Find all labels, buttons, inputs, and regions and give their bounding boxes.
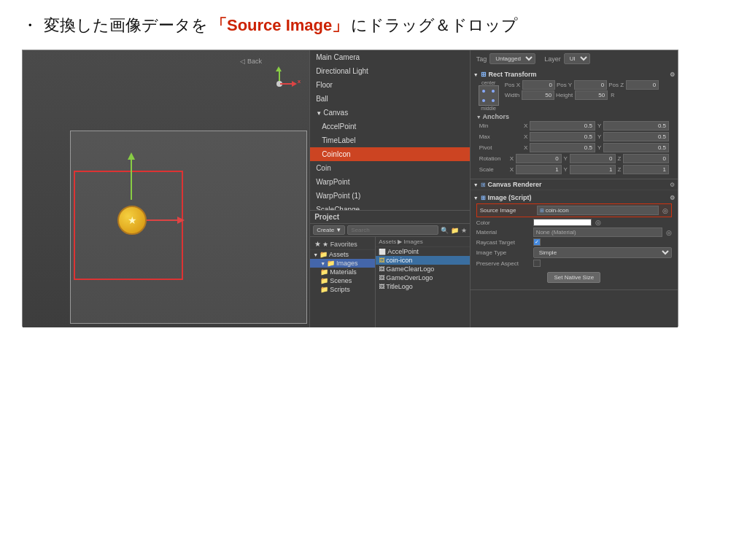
- scripts-folder[interactable]: 📁 Scripts: [310, 285, 375, 294]
- anchors-label: ▼ Anchors: [476, 113, 672, 120]
- rot-y-field[interactable]: [570, 154, 616, 163]
- file-gameclearlogo-label: GameClearLogo: [386, 265, 434, 273]
- hierarchy-item-warppoint[interactable]: WarpPoint: [310, 175, 470, 189]
- middle-label: middle: [481, 106, 496, 111]
- images-arrow-icon: ▼: [320, 261, 325, 266]
- canvas-renderer-toggle-icon[interactable]: ▼: [473, 182, 479, 187]
- breadcrumb: Assets ▶ Images: [376, 237, 470, 247]
- width-field[interactable]: [522, 90, 554, 100]
- project-toolbar: Create ▼ 🔍 📁 ★: [310, 224, 470, 237]
- materials-folder-icon: 📁: [320, 268, 328, 276]
- rotation-label: Rotation: [479, 155, 508, 162]
- anchor-min-y-key: Y: [597, 122, 601, 129]
- raycast-checkbox[interactable]: ✓: [533, 238, 541, 246]
- hierarchy-item-coin[interactable]: Coin: [310, 161, 470, 175]
- set-native-size-button[interactable]: Set Native Size: [547, 272, 600, 283]
- file-accelpoint[interactable]: ⬜ AccelPoint: [376, 247, 470, 256]
- scripts-label: Scripts: [330, 286, 350, 293]
- hierarchy-item-directional-light[interactable]: Directional Light: [310, 64, 470, 78]
- tag-dropdown[interactable]: Untagged: [489, 53, 535, 64]
- pos-z-field[interactable]: [626, 80, 659, 90]
- title-highlight: 「Source Image」: [211, 15, 348, 36]
- pivot-label: Pivot: [479, 144, 522, 151]
- hierarchy-item-scalechange[interactable]: ScaleChange: [310, 203, 470, 211]
- scale-y-field[interactable]: [570, 165, 616, 174]
- materials-folder[interactable]: 📁 Materials: [310, 268, 375, 276]
- hierarchy-item-main-camera[interactable]: Main Camera: [310, 50, 470, 64]
- y-axis-arrowhead: [128, 152, 135, 160]
- image-script-section: ▼ ⊞ Image (Script) ⚙ Source Image ⊞ coin…: [471, 190, 678, 290]
- color-picker[interactable]: [533, 219, 592, 226]
- scripts-folder-icon: 📁: [320, 286, 328, 293]
- pos-y-field[interactable]: [574, 80, 607, 90]
- file-gameclearlogo[interactable]: 🖼 GameClearLogo: [376, 265, 470, 273]
- r-label: R: [611, 93, 614, 98]
- assets-folder[interactable]: ▼ 📁 Assets: [310, 250, 375, 259]
- scale-label: Scale: [479, 166, 508, 173]
- anchor-max-row: Max X Y: [476, 131, 672, 142]
- pivot-x-field[interactable]: [530, 143, 595, 152]
- layer-dropdown[interactable]: UI: [564, 53, 590, 64]
- pos-x-field[interactable]: [522, 80, 555, 90]
- anchors-toggle-icon[interactable]: ▼: [476, 114, 481, 120]
- anchor-max-y-field[interactable]: [603, 132, 669, 141]
- scale-x-field[interactable]: [516, 165, 562, 174]
- rect-transform-gear-icon[interactable]: ⚙: [670, 71, 675, 78]
- hierarchy-item-ball[interactable]: Ball: [310, 92, 470, 106]
- rect-transform-icon: ⊞: [481, 71, 487, 78]
- scenes-folder[interactable]: 📁 Scenes: [310, 276, 375, 285]
- scale-z-field[interactable]: [623, 165, 669, 174]
- source-image-label: Source Image: [480, 207, 535, 214]
- material-pick-icon[interactable]: ◎: [666, 229, 672, 236]
- assets-folder-icon: 📁: [320, 251, 328, 258]
- source-image-value-field[interactable]: ⊞ coin-icon: [537, 206, 659, 215]
- height-field[interactable]: [575, 90, 608, 100]
- inspector-panel: Tag Untagged Layer UI ▼ ⊞ Rect Transform: [471, 50, 678, 327]
- project-tree: ★ ★ Favorites ▼ 📁 Assets ▼ 📁 Images: [310, 237, 376, 327]
- canvas-renderer-gear-icon[interactable]: ⚙: [670, 182, 675, 188]
- hierarchy-item-canvas[interactable]: Canvas: [310, 106, 470, 120]
- image-script-icon: ⊞: [481, 195, 486, 201]
- favorites-item[interactable]: ★ ★ Favorites: [310, 238, 375, 250]
- material-value[interactable]: None (Material): [533, 228, 662, 237]
- file-gameoverlogo[interactable]: 🖼 GameOverLogo: [376, 273, 470, 282]
- image-script-gear-icon[interactable]: ⚙: [670, 195, 675, 201]
- file-accelpoint-label: AccelPoint: [387, 248, 419, 255]
- scale-z-key: Z: [618, 166, 622, 173]
- file-titlelogo[interactable]: 🖼 TitleLogo: [376, 282, 470, 291]
- anchor-max-x-field[interactable]: [530, 132, 595, 141]
- rect-transform-toggle-icon[interactable]: ▼: [473, 72, 479, 77]
- preserve-checkbox[interactable]: [533, 260, 541, 267]
- anchor-dot-tl: [482, 90, 485, 93]
- pivot-y-field[interactable]: [603, 143, 669, 152]
- hierarchy-item-floor[interactable]: Floor: [310, 78, 470, 92]
- create-button[interactable]: Create ▼: [313, 225, 345, 235]
- anchor-min-x-key: X: [524, 122, 527, 129]
- anchor-min-y-field[interactable]: [603, 121, 669, 131]
- source-image-pick-icon[interactable]: ◎: [662, 207, 668, 214]
- rt-main-layout: center middle Pos X: [473, 79, 675, 112]
- scale-row: Scale X Y Z: [476, 164, 672, 175]
- anchor-diagram[interactable]: [479, 85, 499, 106]
- project-search-input[interactable]: [347, 225, 438, 235]
- color-label: Color: [476, 219, 531, 226]
- scale-x-key: X: [510, 166, 514, 173]
- anchors-section: ▼ Anchors Min X Y Max X Y: [473, 112, 675, 176]
- file-coin-icon[interactable]: 🖼 coin-icon: [376, 256, 470, 265]
- y-axis-arrow: [131, 156, 132, 200]
- anchor-min-x-field[interactable]: [530, 121, 595, 131]
- rot-x-field[interactable]: [516, 154, 562, 163]
- hierarchy-item-warppoint1[interactable]: WarpPoint (1): [310, 189, 470, 203]
- image-script-toggle-icon[interactable]: ▼: [473, 195, 479, 201]
- image-script-header: ▼ ⊞ Image (Script) ⚙: [473, 192, 675, 203]
- images-folder[interactable]: ▼ 📁 Images: [310, 259, 375, 268]
- color-pick-icon[interactable]: ◎: [595, 219, 601, 226]
- anchor-min-row: Min X Y: [476, 120, 672, 131]
- hierarchy-item-coinicon[interactable]: CoinIcon: [310, 147, 470, 161]
- scenes-folder-icon: 📁: [320, 277, 328, 284]
- hierarchy-item-accelpoint[interactable]: AccelPoint: [310, 120, 470, 133]
- image-type-dropdown[interactable]: Simple: [533, 247, 672, 258]
- back-label[interactable]: Back: [247, 58, 262, 65]
- rot-z-field[interactable]: [623, 154, 669, 163]
- hierarchy-item-timelabel[interactable]: TimeLabel: [310, 133, 470, 147]
